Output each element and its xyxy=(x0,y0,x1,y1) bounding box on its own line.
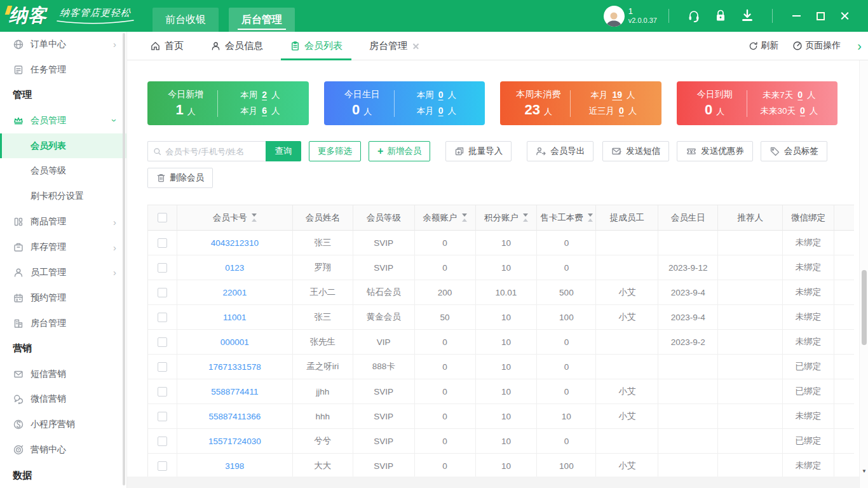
window-maximize-button[interactable] xyxy=(808,5,832,27)
stat-subvalue[interactable]: 6 xyxy=(262,105,267,116)
batch-import-button[interactable]: 批量导入 xyxy=(445,141,512,161)
stat-subvalue[interactable]: 0 xyxy=(797,90,803,100)
row-checkbox[interactable] xyxy=(158,288,167,297)
member-card-link[interactable]: 17671331578 xyxy=(208,362,261,372)
tab-home[interactable]: 首页 xyxy=(150,32,184,60)
more-filter-button[interactable]: 更多筛选 xyxy=(309,141,361,161)
sidebar-item-room-mgmt[interactable]: 房台管理 xyxy=(0,311,126,336)
support-headset-icon[interactable] xyxy=(681,9,707,23)
table-row[interactable]: 0123 罗翔 SVIP 0 10 0 2023-9-12 未绑定 xyxy=(148,255,854,280)
member-export-button[interactable]: 会员导出 xyxy=(527,141,593,161)
sort-icon[interactable] xyxy=(252,214,257,222)
sidebar-item-marketing-center[interactable]: 营销中心 xyxy=(0,437,126,463)
window-minimize-button[interactable] xyxy=(784,5,808,27)
table-row[interactable]: 11001 张三 黄金会员 50 10 100 小艾 2023-9-4 未绑定 xyxy=(148,305,854,330)
stat-subvalue[interactable]: 0 xyxy=(438,105,444,116)
member-card-link[interactable]: 22001 xyxy=(223,288,247,297)
sidebar-item-booking-mgmt[interactable]: 预约管理 xyxy=(0,285,126,311)
tabbar-expand-chevron[interactable]: › xyxy=(855,39,864,52)
sidebar-item-member-mgmt[interactable]: 会员管理 › xyxy=(0,108,126,133)
page-ops-button[interactable]: 页面操作 xyxy=(792,40,841,51)
row-checkbox[interactable] xyxy=(158,461,167,471)
col-balance[interactable]: 余额账户 xyxy=(415,205,476,231)
stat-subvalue[interactable]: 19 xyxy=(612,90,622,100)
row-checkbox-cell[interactable] xyxy=(148,280,177,305)
sidebar-item-miniapp-marketing[interactable]: 小程序营销 xyxy=(0,412,126,437)
member-card-link[interactable]: 4043212310 xyxy=(211,238,259,248)
member-card-link[interactable]: 000001 xyxy=(220,337,249,347)
search-button[interactable]: 查询 xyxy=(266,141,301,161)
table-row[interactable]: 000001 张先生 VIP 0 10 0 2023-9-2 未绑定 xyxy=(148,330,854,355)
sidebar-item-member-level[interactable]: 会员等级 xyxy=(0,158,126,184)
member-card-link[interactable]: 15571724030 xyxy=(208,437,261,446)
row-checkbox-cell[interactable] xyxy=(148,231,177,255)
tab-close-icon[interactable] xyxy=(412,43,419,50)
select-all-checkbox[interactable] xyxy=(158,213,167,222)
stat-subvalue[interactable]: 0 xyxy=(800,105,805,116)
member-tag-button[interactable]: 会员标签 xyxy=(761,141,827,161)
sidebar-item-order-center[interactable]: 订单中心 › xyxy=(0,32,126,57)
member-card-link[interactable]: 5588774411 xyxy=(211,387,258,396)
scroll-down-arrow-icon[interactable]: ▼ xyxy=(860,468,868,474)
sidebar-item-member-list[interactable]: 会员列表 xyxy=(0,133,126,159)
row-checkbox[interactable] xyxy=(158,437,167,446)
row-checkbox-cell[interactable] xyxy=(148,305,177,330)
row-checkbox[interactable] xyxy=(158,313,167,322)
sidebar-item-inventory-mgmt[interactable]: 库存管理 › xyxy=(0,234,126,260)
row-checkbox-cell[interactable] xyxy=(148,454,177,478)
col-card-no[interactable]: 会员卡号 xyxy=(177,205,293,231)
sidebar-item-task-mgmt[interactable]: 任务管理 xyxy=(0,57,126,83)
sort-icon[interactable] xyxy=(523,214,528,222)
delete-member-button[interactable]: 删除会员 xyxy=(147,168,213,188)
table-row[interactable]: 22001 王小二 钻石会员 200 10.01 500 小艾 2023-9-4… xyxy=(148,280,854,305)
sidebar-scrollbar[interactable] xyxy=(123,33,125,485)
member-card-link[interactable]: 55887411366 xyxy=(209,412,261,421)
col-card-fee[interactable]: 售卡工本费 xyxy=(537,205,596,231)
row-checkbox-cell[interactable] xyxy=(148,255,177,280)
row-checkbox[interactable] xyxy=(158,263,167,273)
row-checkbox[interactable] xyxy=(158,362,167,372)
row-checkbox[interactable] xyxy=(158,337,167,347)
sort-icon[interactable] xyxy=(588,214,593,222)
send-coupon-button[interactable]: 发送优惠券 xyxy=(677,141,753,161)
row-checkbox-cell[interactable] xyxy=(148,404,177,429)
tab-member-info[interactable]: 会员信息 xyxy=(210,32,263,60)
table-row[interactable]: 17671331578 孟之呀iri 888卡 0 10 0 已绑定 xyxy=(148,355,854,379)
row-checkbox[interactable] xyxy=(158,387,167,396)
member-card-link[interactable]: 3198 xyxy=(225,461,244,471)
add-member-button[interactable]: +新增会员 xyxy=(369,141,430,161)
topnav-backoffice[interactable]: 后台管理 xyxy=(229,8,295,32)
sidebar-item-staff-mgmt[interactable]: 员工管理 › xyxy=(0,260,126,285)
row-checkbox-cell[interactable] xyxy=(148,355,177,379)
sidebar-item-card-points-setting[interactable]: 刷卡积分设置 xyxy=(0,184,126,209)
table-row[interactable]: 5588774411 jjhh SVIP 0 10 0 小艾 已绑定 xyxy=(148,379,854,404)
tab-room-mgmt[interactable]: 房台管理 xyxy=(369,32,419,60)
row-checkbox-cell[interactable] xyxy=(148,330,177,355)
sidebar-item-sms-marketing[interactable]: 短信营销 xyxy=(0,362,126,387)
sidebar-item-wechat-marketing[interactable]: 微信营销 xyxy=(0,386,126,412)
lock-icon[interactable] xyxy=(707,9,734,23)
stat-subvalue[interactable]: 0 xyxy=(438,90,444,100)
member-card-link[interactable]: 0123 xyxy=(225,263,244,273)
window-close-button[interactable] xyxy=(832,5,857,27)
send-sms-button[interactable]: 发送短信 xyxy=(602,141,669,161)
row-checkbox[interactable] xyxy=(158,412,167,421)
stat-subvalue[interactable]: 0 xyxy=(619,105,624,116)
table-row[interactable]: 4043212310 张三 SVIP 0 10 0 未绑定 xyxy=(148,231,854,255)
row-checkbox-cell[interactable] xyxy=(148,379,177,404)
select-all-cell[interactable] xyxy=(148,205,177,231)
table-row[interactable]: 3198 大大 SVIP 0 10 100 小艾 未绑定 xyxy=(148,454,854,478)
table-row[interactable]: 55887411366 hhh SVIP 0 10 10 小艾 未绑定 xyxy=(148,404,854,429)
sidebar-item-goods-mgmt[interactable]: 商品管理 › xyxy=(0,209,126,234)
table-row[interactable]: 15571724030 兮兮 SVIP 0 10 0 已绑定 xyxy=(148,429,854,454)
col-points[interactable]: 积分账户 xyxy=(476,205,538,231)
row-checkbox[interactable] xyxy=(158,238,167,248)
row-checkbox-cell[interactable] xyxy=(148,429,177,454)
refresh-button[interactable]: 刷新 xyxy=(749,40,778,51)
download-icon[interactable] xyxy=(734,9,761,23)
member-card-link[interactable]: 11001 xyxy=(223,313,247,322)
tab-member-list[interactable]: 会员列表 xyxy=(290,32,342,60)
topnav-frontdesk[interactable]: 前台收银 xyxy=(153,8,219,32)
search-input[interactable] xyxy=(165,147,261,156)
horizontal-scrollbar[interactable] xyxy=(127,477,859,488)
